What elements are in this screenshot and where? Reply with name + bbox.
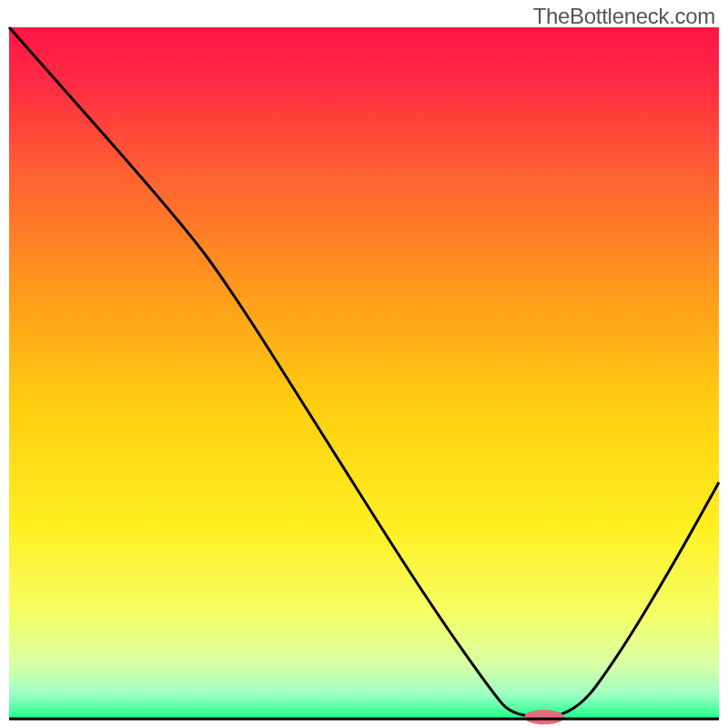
optimal-marker	[524, 710, 564, 724]
chart-wrapper: TheBottleneck.com	[0, 0, 728, 728]
plot-background	[9, 27, 719, 719]
chart-svg	[0, 0, 728, 728]
